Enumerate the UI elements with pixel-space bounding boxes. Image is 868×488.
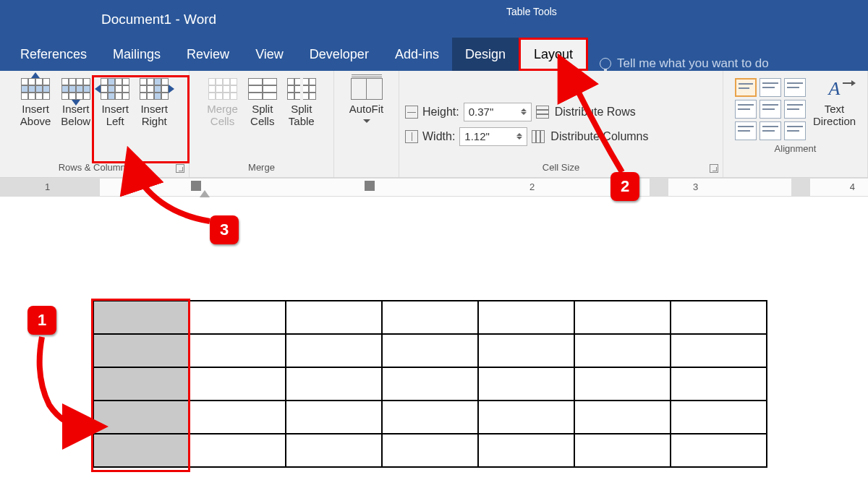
height-label: Height: (422, 106, 459, 119)
ruler-tick-1: 1 (45, 181, 50, 192)
height-spinner[interactable] (521, 108, 527, 115)
merge-group-label: Merge (190, 159, 333, 177)
tab-design[interactable]: Design (452, 38, 519, 71)
autofit-label: AutoFit (349, 103, 384, 115)
autofit-group-label (334, 170, 399, 177)
window-title: Document1 - Word (101, 12, 216, 27)
table-cell[interactable] (671, 301, 767, 334)
table-cell[interactable] (478, 301, 574, 334)
width-input[interactable]: 1.12" (459, 127, 527, 146)
table-cell[interactable] (574, 367, 671, 401)
table-cell[interactable] (190, 401, 286, 434)
table-cell[interactable] (190, 334, 286, 367)
cell-size-launcher[interactable] (710, 164, 718, 173)
table-cell[interactable] (190, 301, 286, 334)
table-cell[interactable] (286, 301, 382, 334)
tab-developer[interactable]: Developer (297, 38, 382, 71)
tab-mailings[interactable]: Mailings (100, 38, 174, 71)
table-cell[interactable] (190, 434, 286, 467)
split-cells-button[interactable]: Split Cells (245, 77, 280, 129)
width-value: 1.12" (464, 130, 490, 142)
table-cell[interactable] (478, 434, 574, 467)
align-bot-right[interactable] (784, 121, 806, 140)
alignment-grid (735, 78, 806, 140)
tab-addins[interactable]: Add-ins (382, 38, 452, 71)
text-direction-icon: A (829, 78, 841, 100)
text-direction-button[interactable]: A Text Direction (813, 78, 856, 128)
table-cell[interactable] (478, 367, 574, 401)
table-cell[interactable] (671, 401, 767, 434)
tab-references[interactable]: References (7, 38, 100, 71)
callout-badge-2: 2 (610, 172, 639, 201)
tab-view[interactable]: View (242, 38, 297, 71)
table-cell[interactable] (382, 334, 478, 367)
horizontal-ruler[interactable]: 1 2 3 4 (0, 178, 868, 197)
table-cell[interactable] (286, 401, 382, 434)
merge-cells-icon (208, 78, 237, 100)
distribute-rows-label: Distribute Rows (555, 106, 636, 119)
table-cell[interactable] (478, 334, 574, 367)
distribute-rows-button[interactable]: Distribute Rows (536, 106, 636, 119)
insert-below-icon (61, 78, 90, 100)
table-cell[interactable] (671, 367, 767, 401)
merge-cells-button: Merge Cells (204, 77, 241, 129)
table-cell[interactable] (671, 434, 767, 467)
table-cell[interactable] (478, 401, 574, 434)
split-cells-icon (248, 78, 277, 100)
lightbulb-icon (600, 58, 611, 69)
tab-review[interactable]: Review (174, 38, 242, 71)
table-cell[interactable] (382, 367, 478, 401)
ruler-tick-2: 2 (529, 181, 535, 192)
chevron-down-icon (363, 119, 370, 123)
table-cell[interactable] (574, 334, 671, 367)
ruler-tick-3: 3 (693, 181, 698, 192)
distribute-columns-label: Distribute Columns (550, 130, 648, 143)
insert-above-label: Insert Above (20, 103, 51, 128)
autofit-button[interactable]: AutoFit (346, 77, 387, 124)
insert-above-button[interactable]: Insert Above (17, 77, 54, 129)
split-table-button[interactable]: Split Table (284, 77, 319, 129)
height-value: 0.37" (469, 106, 494, 118)
table-cell[interactable] (286, 334, 382, 367)
tab-layout[interactable]: Layout (519, 38, 588, 71)
insert-below-button[interactable]: Insert Below (58, 77, 93, 129)
distribute-rows-icon (536, 106, 549, 119)
table-cell[interactable] (382, 301, 478, 334)
align-mid-center[interactable] (760, 100, 781, 119)
cell-size-group-label: Cell Size (399, 159, 723, 177)
document-table[interactable] (93, 300, 767, 468)
table-cell[interactable] (382, 401, 478, 434)
table-cell[interactable] (671, 334, 767, 367)
align-mid-left[interactable] (735, 100, 757, 119)
text-direction-label: Text Direction (813, 103, 856, 128)
split-table-label: Split Table (289, 103, 315, 128)
selected-column-highlight (91, 299, 190, 472)
tell-me-search[interactable]: Tell me what you want to do (588, 56, 769, 71)
col-width-icon (405, 130, 418, 143)
table-cell[interactable] (574, 301, 671, 334)
table-cell[interactable] (190, 367, 286, 401)
table-cell[interactable] (286, 367, 382, 401)
width-spinner[interactable] (516, 133, 522, 140)
callout-highlight-insert-left-right (92, 75, 190, 163)
table-cell[interactable] (286, 434, 382, 467)
align-top-left[interactable] (735, 78, 757, 97)
width-label: Width: (422, 130, 455, 143)
rows-columns-launcher[interactable] (176, 164, 184, 173)
alignment-group-label: Alignment (723, 140, 867, 158)
align-top-right[interactable] (784, 78, 806, 97)
row-height-icon (405, 106, 418, 119)
distribute-columns-button[interactable]: Distribute Columns (532, 130, 648, 143)
callout-badge-1: 1 (27, 306, 56, 335)
tell-me-placeholder: Tell me what you want to do (617, 56, 769, 71)
align-bot-center[interactable] (760, 121, 781, 140)
align-bot-left[interactable] (735, 121, 757, 140)
table-cell[interactable] (574, 434, 671, 467)
table-cell[interactable] (382, 434, 478, 467)
table-cell[interactable] (574, 401, 671, 434)
height-input[interactable]: 0.37" (464, 103, 532, 121)
align-mid-right[interactable] (784, 100, 806, 119)
merge-cells-label: Merge Cells (207, 103, 238, 128)
insert-below-label: Insert Below (61, 103, 90, 128)
align-top-center[interactable] (760, 78, 781, 97)
